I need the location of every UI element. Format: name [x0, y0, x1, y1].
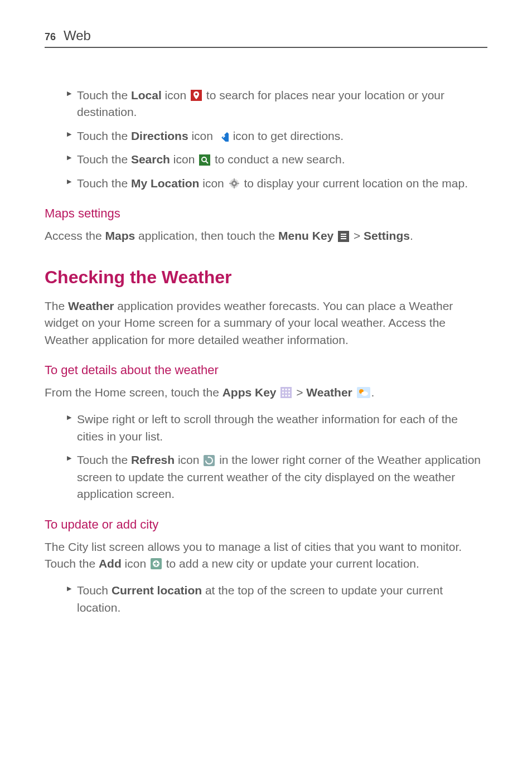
text-pre: Touch the	[77, 453, 131, 466]
svg-rect-26	[288, 395, 290, 396]
bold-label: Local	[131, 89, 162, 101]
text-mid: icon	[199, 177, 227, 190]
update-city-text: The City list screen allows you to manag…	[45, 539, 487, 573]
list-item: Swipe right or left to scroll through th…	[67, 411, 487, 445]
list-item: Touch the Search icon to conduct a new s…	[67, 151, 487, 168]
bold-label: Add	[99, 557, 122, 570]
svg-rect-3	[199, 154, 210, 166]
maps-settings-text: Access the Maps application, then touch …	[45, 227, 487, 244]
bold-label: Menu Key	[278, 229, 333, 242]
text-segment: icon	[122, 557, 149, 570]
bold-label: Current location	[112, 584, 202, 597]
list-item: Touch the Local icon to search for place…	[67, 87, 487, 121]
list-item: Touch the Refresh icon in the lower righ…	[67, 452, 487, 502]
text-segment: application, then touch the	[135, 229, 278, 242]
text-segment: to add a new city or update your current…	[163, 557, 419, 570]
svg-point-8	[233, 182, 235, 185]
svg-rect-25	[286, 395, 287, 396]
page-header: 76 Web	[45, 28, 487, 48]
svg-point-29	[361, 391, 368, 396]
my-location-icon	[229, 178, 240, 189]
list-item: Touch the Directions icon icon to get di…	[67, 128, 487, 144]
text-pre: Touch the	[77, 129, 131, 142]
apps-key-icon	[280, 387, 292, 398]
text-segment: .	[410, 229, 413, 242]
add-icon	[151, 558, 162, 569]
text-mid: icon	[188, 129, 216, 142]
svg-rect-19	[286, 389, 287, 390]
text-segment: Access the	[45, 229, 105, 242]
bold-label: Directions	[131, 129, 188, 142]
text-pre: Touch the	[77, 89, 131, 101]
svg-rect-24	[282, 395, 284, 396]
weather-icon	[357, 387, 370, 398]
text-mid: icon	[175, 453, 202, 466]
svg-point-1	[195, 93, 197, 95]
bold-label: Apps Key	[223, 386, 277, 399]
bold-label: Refresh	[131, 453, 175, 466]
bold-label: Weather	[68, 299, 114, 312]
refresh-icon	[204, 455, 215, 466]
menu-key-icon	[338, 231, 349, 242]
svg-rect-22	[286, 392, 287, 394]
text-post: to conduct a new search.	[211, 153, 345, 166]
update-city-heading: To update or add city	[45, 517, 487, 532]
weather-details-list: Swipe right or left to scroll through th…	[45, 411, 487, 502]
checking-weather-heading: Checking the Weather	[45, 267, 487, 288]
weather-intro: The Weather application provides weather…	[45, 298, 487, 348]
svg-rect-21	[282, 392, 284, 394]
search-icon	[199, 154, 210, 166]
page-number: 76	[45, 31, 56, 43]
text-pre: Touch the	[77, 177, 131, 190]
text-post: to display your current location on the …	[241, 177, 468, 190]
bold-label: Weather	[306, 386, 352, 399]
weather-details-line: From the Home screen, touch the Apps Key…	[45, 384, 487, 401]
svg-rect-20	[288, 389, 290, 390]
text-segment: >	[293, 386, 306, 399]
text-post: icon to get directions.	[230, 129, 344, 142]
text-segment	[277, 386, 280, 399]
list-item: Touch Current location at the top of the…	[67, 582, 487, 616]
list-item: Touch the My Location icon to display yo…	[67, 175, 487, 192]
update-city-list: Touch Current location at the top of the…	[45, 582, 487, 616]
text-segment: From the Home screen, touch the	[45, 386, 223, 399]
bold-label: Settings	[364, 229, 410, 242]
bold-label: My Location	[131, 177, 200, 190]
weather-details-heading: To get details about the weather	[45, 363, 487, 377]
text-mid: icon	[162, 89, 190, 101]
text-pre: Touch	[77, 584, 112, 597]
text-full: Swipe right or left to scroll through th…	[77, 413, 458, 442]
page-content: 76 Web Touch the Local icon to search fo…	[0, 0, 532, 663]
text-segment: The	[45, 299, 68, 312]
svg-rect-23	[288, 392, 290, 394]
directions-icon	[217, 130, 229, 142]
text-segment	[352, 386, 356, 399]
text-segment	[333, 229, 337, 242]
svg-rect-18	[282, 389, 284, 390]
local-icon	[191, 90, 202, 101]
text-mid: icon	[170, 153, 198, 166]
text-segment: >	[350, 229, 364, 242]
text-pre: Touch the	[77, 153, 131, 166]
svg-rect-2	[221, 132, 229, 142]
bold-label: Search	[131, 153, 170, 166]
text-segment: .	[371, 386, 375, 399]
bold-label: Maps	[105, 229, 136, 242]
maps-settings-heading: Maps settings	[45, 206, 487, 221]
maps-actions-list: Touch the Local icon to search for place…	[45, 87, 487, 192]
page-title: Web	[64, 28, 91, 43]
